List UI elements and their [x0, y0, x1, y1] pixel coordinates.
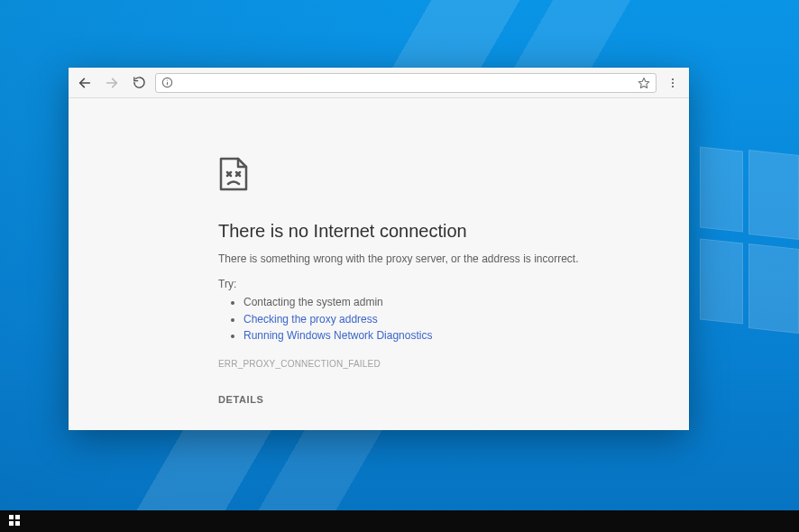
svg-point-4 — [167, 80, 168, 81]
list-item: Checking the proxy address — [243, 311, 604, 328]
back-button[interactable] — [74, 72, 96, 94]
suggestion-link[interactable]: Running Windows Network Diagnostics — [243, 329, 432, 342]
error-heading: There is no Internet connection — [218, 221, 604, 242]
address-bar[interactable] — [155, 73, 657, 93]
browser-toolbar — [69, 68, 689, 98]
forward-button[interactable] — [101, 72, 123, 94]
svg-point-8 — [672, 86, 674, 87]
suggestion-list: Contacting the system admin Checking the… — [218, 294, 604, 344]
details-button[interactable]: DETAILS — [218, 394, 263, 405]
browser-window: There is no Internet connection There is… — [69, 68, 689, 430]
windows-logo-icon — [9, 513, 20, 529]
reload-button[interactable] — [128, 72, 150, 94]
suggestion-text: Contacting the system admin — [243, 296, 383, 308]
list-item: Contacting the system admin — [243, 294, 604, 311]
desktop-wallpaper: There is no Internet connection There is… — [0, 0, 799, 532]
svg-rect-13 — [9, 515, 14, 519]
bookmark-star-icon[interactable] — [638, 77, 650, 89]
site-info-icon[interactable] — [161, 77, 173, 88]
svg-point-6 — [672, 78, 674, 79]
list-item: Running Windows Network Diagnostics — [243, 327, 604, 344]
svg-rect-14 — [15, 515, 20, 519]
taskbar — [0, 510, 799, 532]
page-content: There is no Internet connection There is… — [69, 98, 689, 430]
menu-button[interactable] — [662, 72, 684, 94]
error-block: There is no Internet connection There is… — [218, 156, 604, 407]
svg-rect-16 — [15, 521, 20, 526]
error-description: There is something wrong with the proxy … — [218, 252, 604, 265]
windows-logo-wallpaper — [691, 140, 799, 347]
svg-marker-5 — [638, 78, 649, 87]
start-button[interactable] — [4, 510, 25, 532]
try-label: Try: — [218, 278, 604, 290]
sad-page-icon — [218, 156, 604, 196]
address-input[interactable] — [179, 75, 632, 91]
svg-point-7 — [672, 82, 674, 84]
forward-arrow-icon — [105, 76, 119, 90]
reload-icon — [133, 76, 146, 89]
vertical-dots-icon — [666, 77, 679, 89]
error-code: ERR_PROXY_CONNECTION_FAILED — [218, 359, 604, 369]
svg-rect-15 — [9, 521, 14, 526]
suggestion-link[interactable]: Checking the proxy address — [243, 313, 378, 326]
back-arrow-icon — [78, 76, 92, 90]
